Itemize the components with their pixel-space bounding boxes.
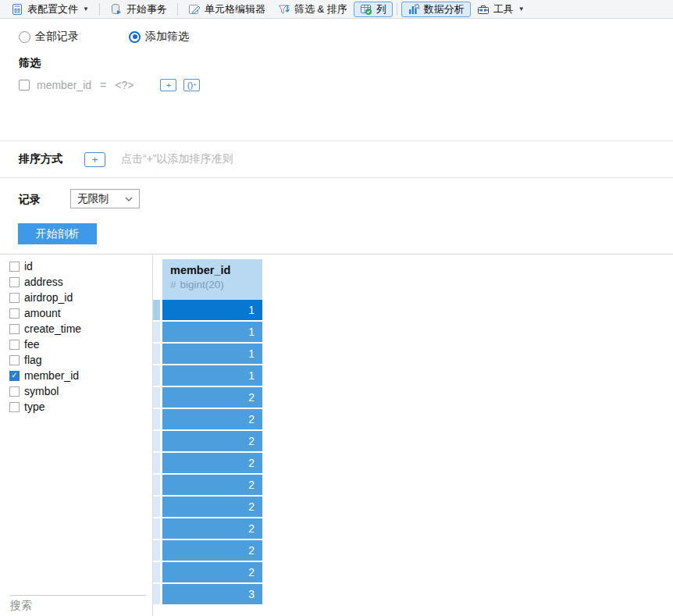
grid-row[interactable]: 2: [162, 562, 262, 582]
unchecked-checkbox-icon[interactable]: [9, 308, 20, 319]
field-item-member_id[interactable]: ✓member_id: [0, 368, 152, 383]
toolbar-item-begin-transaction[interactable]: 开始事务: [104, 2, 173, 17]
field-item-type[interactable]: type: [0, 399, 152, 415]
field-item-create_time[interactable]: create_time: [0, 321, 152, 336]
unchecked-checkbox-icon[interactable]: [9, 340, 20, 350]
toolbar-separator: [177, 3, 178, 16]
field-list: idaddressairdrop_idamountcreate_timefeef…: [0, 255, 152, 415]
field-label: amount: [24, 307, 61, 319]
field-label: type: [24, 401, 45, 413]
toolbar-item-columns-check[interactable]: 列: [354, 2, 393, 17]
radio-selected-icon[interactable]: [129, 31, 141, 43]
search-input[interactable]: 搜索: [10, 599, 32, 613]
grid-row[interactable]: 1: [162, 344, 262, 364]
field-item-symbol[interactable]: symbol: [0, 383, 152, 399]
sort-section-title: 排序方式: [19, 152, 62, 166]
field-item-fee[interactable]: fee: [0, 336, 152, 352]
field-item-airdrop_id[interactable]: airdrop_id: [0, 290, 152, 305]
grid-row[interactable]: 1: [162, 300, 262, 320]
row-selector[interactable]: [153, 409, 160, 429]
grid-row[interactable]: 2: [162, 409, 262, 429]
all-records-radio[interactable]: 全部记录: [19, 30, 79, 44]
profiling-pane: 表配置文件▼开始事务单元格编辑器筛选 & 排序列数据分析工具▼ 全部记录 添加筛…: [0, 0, 673, 616]
field-label: member_id: [24, 369, 79, 382]
toolbar-item-label: 筛选 & 排序: [294, 2, 347, 16]
filter-operator[interactable]: =: [100, 79, 106, 91]
row-selector[interactable]: [153, 475, 160, 495]
grid-row[interactable]: 2: [162, 453, 262, 473]
record-limit-select[interactable]: 无限制: [70, 189, 140, 208]
record-limit-value: 无限制: [77, 192, 109, 206]
grid-row[interactable]: 2: [162, 518, 262, 539]
caret-down-icon: ▼: [83, 5, 89, 12]
row-selector[interactable]: [153, 540, 160, 561]
caret-down-icon: ▼: [518, 5, 525, 12]
column-name: member_id: [170, 264, 255, 276]
row-selector[interactable]: [153, 497, 160, 517]
field-label: fee: [24, 338, 39, 351]
add-condition-group-button[interactable]: ()+: [183, 79, 200, 91]
all-records-label: 全部记录: [35, 30, 79, 44]
sort-section: 排序方式 + 点击“+”以添加排序准则: [0, 141, 673, 178]
filter-condition-checkbox[interactable]: [19, 80, 30, 91]
toolbar-item-data-analysis[interactable]: 数据分析: [401, 2, 471, 17]
unchecked-checkbox-icon[interactable]: [9, 324, 20, 334]
unchecked-checkbox-icon[interactable]: [9, 293, 20, 303]
field-item-id[interactable]: id: [0, 258, 152, 274]
row-selector[interactable]: [153, 300, 160, 320]
data-analysis-icon: [408, 3, 420, 16]
filter-value[interactable]: <?>: [115, 79, 134, 91]
grid-row[interactable]: 2: [162, 387, 262, 408]
unchecked-checkbox-icon[interactable]: [9, 402, 20, 412]
add-sort-button[interactable]: +: [84, 152, 105, 167]
grid-row[interactable]: 1: [162, 365, 262, 386]
row-selector[interactable]: [153, 387, 160, 408]
row-selector[interactable]: [153, 344, 160, 364]
toolbox-icon: [477, 3, 490, 16]
row-selector[interactable]: [153, 584, 160, 604]
toolbar-item-table-profile[interactable]: 表配置文件▼: [5, 2, 95, 17]
row-selector[interactable]: [153, 322, 160, 342]
fields-panel: idaddressairdrop_idamountcreate_timefeef…: [0, 255, 153, 616]
toolbar-item-label: 单元格编辑器: [205, 2, 265, 16]
grid-row[interactable]: 2: [162, 540, 262, 561]
grid-row[interactable]: 2: [162, 497, 262, 517]
filter-field[interactable]: member_id: [37, 79, 91, 91]
toolbar-item-cell-editor[interactable]: 单元格编辑器: [182, 2, 272, 17]
row-selector[interactable]: [153, 431, 160, 451]
numeric-type-icon: #: [170, 279, 176, 290]
toolbar-item-filter-sort[interactable]: 筛选 & 排序: [272, 2, 354, 17]
row-selector[interactable]: [153, 562, 160, 582]
row-selector[interactable]: [153, 453, 160, 473]
grid-row[interactable]: 1: [162, 322, 262, 342]
row-selector[interactable]: [153, 365, 160, 386]
toolbar-item-toolbox[interactable]: 工具▼: [471, 2, 531, 17]
unchecked-checkbox-icon[interactable]: [9, 386, 20, 397]
add-condition-button[interactable]: +: [160, 79, 176, 91]
toolbar: 表配置文件▼开始事务单元格编辑器筛选 & 排序列数据分析工具▼: [0, 0, 673, 19]
field-label: flag: [24, 354, 42, 366]
field-label: id: [24, 260, 33, 272]
grid-row[interactable]: 2: [162, 431, 262, 451]
begin-transaction-icon: [110, 3, 123, 16]
add-filter-radio[interactable]: 添加筛选: [129, 30, 189, 44]
table-profile-icon: [11, 3, 23, 16]
column-header[interactable]: member_id #bigint(20): [162, 259, 262, 300]
start-profiling-button[interactable]: 开始剖析: [18, 223, 97, 244]
toolbar-separator: [397, 3, 397, 16]
unchecked-checkbox-icon[interactable]: [9, 355, 20, 365]
grid-row[interactable]: 3: [162, 584, 262, 604]
checked-checkbox-icon[interactable]: ✓: [9, 371, 20, 381]
field-item-amount[interactable]: amount: [0, 305, 152, 321]
toolbar-item-label: 数据分析: [424, 2, 465, 16]
unchecked-checkbox-icon[interactable]: [9, 262, 20, 272]
grid-row[interactable]: 2: [162, 475, 262, 495]
records-section-title: 记录: [19, 193, 41, 207]
profile-grid: member_id #bigint(20) 11112222222223: [153, 255, 673, 616]
field-item-address[interactable]: address: [0, 274, 152, 290]
row-selector[interactable]: [153, 518, 160, 539]
field-item-flag[interactable]: flag: [0, 352, 152, 368]
radio-icon[interactable]: [19, 31, 30, 43]
unchecked-checkbox-icon[interactable]: [9, 277, 20, 287]
toolbar-separator: [99, 3, 100, 16]
